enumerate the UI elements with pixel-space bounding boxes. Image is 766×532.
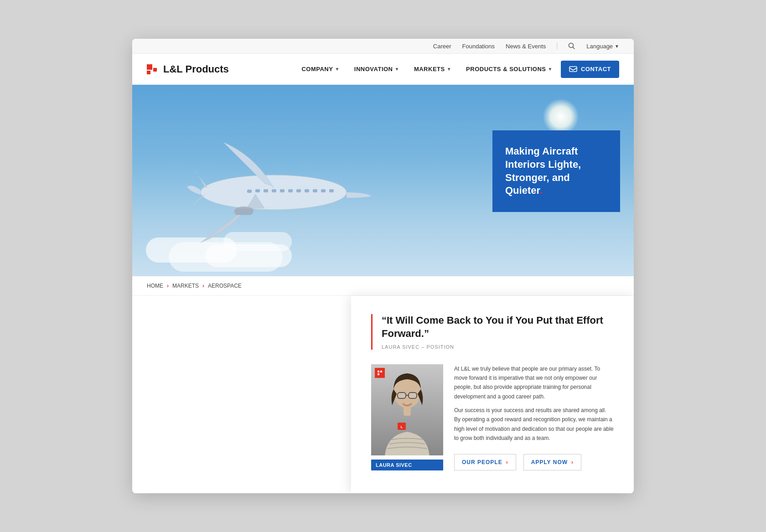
svg-rect-18: [255, 189, 260, 192]
nav-markets[interactable]: MARKETS ▼: [408, 62, 458, 76]
hero-sun: [543, 98, 579, 135]
breadcrumb-home[interactable]: HOME: [147, 283, 163, 289]
hero-section: Making Aircraft Interiors Lighte, Strong…: [132, 85, 634, 276]
breadcrumb-markets[interactable]: MARKETS: [172, 283, 199, 289]
svg-rect-9: [296, 189, 301, 192]
svg-rect-12: [321, 189, 326, 192]
svg-rect-31: [378, 371, 379, 372]
svg-rect-17: [264, 189, 268, 192]
search-icon[interactable]: [568, 42, 575, 50]
profile-image-wrapper: L LAURA SIVEC: [371, 364, 443, 470]
hero-title: Making Aircraft Interiors Lighte, Strong…: [505, 145, 607, 197]
logo[interactable]: L&L Products: [147, 63, 229, 75]
chevron-down-icon: ▼: [335, 67, 339, 72]
arrow-icon: ›: [571, 459, 574, 465]
chevron-down-icon: ▼: [615, 44, 619, 49]
left-spacer: [132, 296, 351, 493]
logo-icon: [147, 64, 160, 74]
breadcrumb-current: AEROSPACE: [208, 283, 242, 289]
svg-rect-2: [147, 64, 152, 70]
svg-rect-10: [305, 189, 309, 192]
profile-section: L LAURA SIVEC: [371, 364, 614, 470]
utility-bar: Career Foundations News & Events Languag…: [132, 39, 634, 54]
profile-body-text: At L&L we truly believe that people are …: [454, 364, 614, 443]
utility-career[interactable]: Career: [433, 43, 451, 50]
contact-button[interactable]: CONTACT: [561, 61, 619, 78]
chevron-down-icon: ▼: [395, 67, 399, 72]
profile-name-badge: LAURA SIVEC: [371, 460, 443, 470]
svg-rect-4: [153, 68, 157, 72]
svg-rect-25: [398, 393, 406, 398]
profile-text-area: At L&L we truly believe that people are …: [454, 364, 614, 470]
svg-line-1: [573, 47, 575, 49]
breadcrumb-sep-1: ›: [167, 283, 169, 289]
profile-badge-icon: [375, 368, 385, 378]
nav-innovation[interactable]: INNOVATION ▼: [348, 62, 406, 76]
logo-text: L&L Products: [163, 63, 229, 75]
quote-section: “It Will Come Back to You if You Put tha…: [371, 314, 614, 349]
svg-rect-3: [147, 71, 150, 74]
quote-author: LAURA SIVEC – Position: [382, 344, 614, 350]
svg-rect-5: [569, 67, 577, 72]
nav-products-solutions[interactable]: PRODUCTS & SOLUTIONS ▼: [460, 62, 559, 76]
hero-text-box: Making Aircraft Interiors Lighte, Strong…: [492, 130, 620, 212]
nav-links: COMPANY ▼ INNOVATION ▼ MARKETS ▼ PRODUCT…: [295, 61, 619, 78]
svg-rect-13: [329, 189, 334, 192]
profile-image: L: [371, 364, 443, 455]
quote-heading: “It Will Come Back to You if You Put tha…: [382, 314, 614, 340]
bottom-content: “It Will Come Back to You if You Put tha…: [132, 296, 634, 493]
main-nav: L&L Products COMPANY ▼ INNOVATION ▼ MARK…: [132, 54, 634, 85]
svg-rect-33: [378, 373, 379, 375]
svg-text:L: L: [401, 425, 403, 429]
svg-rect-19: [247, 190, 252, 193]
utility-news-events[interactable]: News & Events: [506, 43, 546, 50]
svg-rect-15: [280, 189, 285, 192]
chevron-down-icon: ▼: [447, 67, 451, 72]
svg-rect-26: [409, 393, 417, 398]
svg-rect-16: [272, 189, 276, 192]
our-people-link[interactable]: OUR PEOPLE ›: [454, 454, 516, 470]
content-card: “It Will Come Back to You if You Put tha…: [351, 296, 634, 493]
browser-window: Career Foundations News & Events Languag…: [132, 39, 634, 493]
language-selector[interactable]: Language ▼: [586, 43, 619, 50]
breadcrumb-sep-2: ›: [202, 283, 204, 289]
airplane-image: [155, 138, 374, 258]
chevron-down-icon: ▼: [548, 67, 553, 72]
arrow-icon: ›: [506, 459, 508, 465]
profile-paragraph-1: At L&L we truly believe that people are …: [454, 364, 614, 402]
svg-rect-11: [313, 189, 317, 192]
divider: [557, 42, 557, 50]
svg-rect-32: [380, 371, 382, 372]
profile-links: OUR PEOPLE › APPLY NOW ›: [454, 454, 614, 470]
apply-now-link[interactable]: APPLY NOW ›: [523, 454, 581, 470]
utility-foundations[interactable]: Foundations: [462, 43, 495, 50]
breadcrumb: HOME › MARKETS › AEROSPACE: [132, 276, 634, 296]
quote-line: [371, 314, 373, 349]
quote-text: “It Will Come Back to You if You Put tha…: [382, 314, 614, 349]
svg-rect-28: [404, 407, 411, 416]
profile-paragraph-2: Our success is your success and results …: [454, 406, 614, 443]
svg-rect-21: [235, 209, 253, 215]
nav-company[interactable]: COMPANY ▼: [295, 62, 346, 76]
svg-rect-14: [288, 189, 293, 192]
